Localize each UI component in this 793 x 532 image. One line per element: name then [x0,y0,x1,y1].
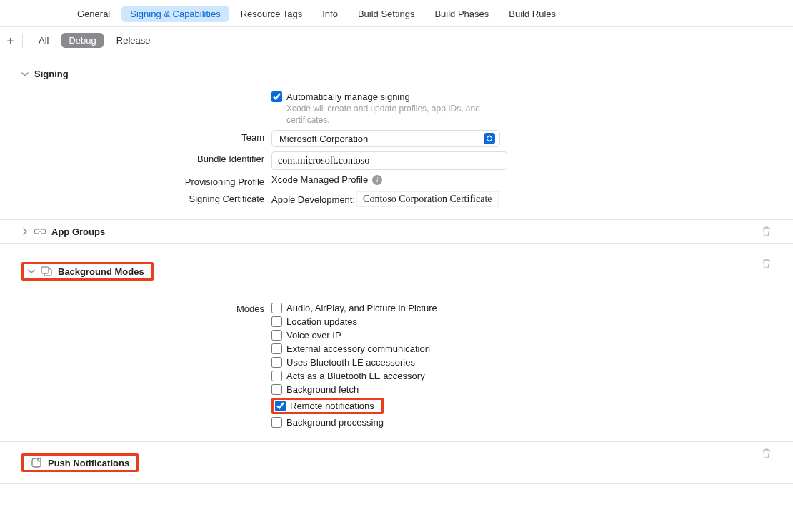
auto-manage-signing-label: Automatically manage signing [286,91,410,102]
bundle-id-label: Bundle Identifier [0,151,271,164]
mode-checkbox[interactable] [271,303,282,313]
modes-list: Audio, AirPlay, and Picture in PictureLo… [271,301,437,429]
section-background-modes-header[interactable]: Background Modes [0,252,793,286]
info-icon[interactable]: i [372,175,382,185]
push-notifications-icon [31,457,42,468]
auto-manage-signing-checkbox[interactable] [271,91,282,102]
mode-label: Audio, AirPlay, and Picture in Picture [286,303,437,313]
mode-label: Acts as a Bluetooth LE accessory [286,371,425,381]
team-popup[interactable]: Microsoft Corporation [271,130,500,147]
bundle-id-field[interactable] [271,151,507,170]
app-groups-title: App Groups [51,226,105,237]
mode-label: External accessory communication [286,343,430,354]
tab-build-settings[interactable]: Build Settings [349,6,424,22]
team-value: Microsoft Corporation [279,134,368,144]
mode-label: Location updates [286,316,357,327]
section-app-groups: App Groups [0,220,793,244]
configuration-bar: All Debug Release [0,27,793,54]
highlight-push-notifications: Push Notifications [21,453,139,472]
tab-signing-capabilities[interactable]: Signing & Capabilities [121,6,229,22]
mode-label: Background processing [286,417,384,428]
mode-checkbox[interactable] [271,371,282,381]
mode-checkbox[interactable] [271,330,282,341]
section-app-groups-header[interactable]: App Groups [0,220,793,243]
mode-checkbox[interactable] [275,401,286,411]
svg-rect-1 [41,229,46,234]
mode-checkbox[interactable] [271,357,282,368]
editor-tab-bar: General Signing & Capabilities Resource … [0,0,793,27]
mode-label: Uses Bluetooth LE accessories [286,357,415,368]
add-capability-button[interactable] [7,34,23,48]
mode-row: Voice over IP [271,328,437,342]
background-modes-icon [41,266,52,277]
delete-push-notifications-button[interactable] [762,448,772,459]
mode-row: Background processing [271,416,437,429]
section-signing-header[interactable]: Signing [0,63,793,85]
mode-row: Uses Bluetooth LE accessories [271,356,437,369]
mode-row: Location updates [271,315,437,328]
signing-title: Signing [34,69,69,79]
mode-row: External accessory communication [271,342,437,356]
mode-label: Voice over IP [286,330,341,341]
section-signing: Signing Automatically manage signing Xco… [0,54,793,220]
push-notifications-title: Push Notifications [48,458,129,468]
signing-certificate-value: Contoso Corporation Certificate [356,191,498,207]
team-label: Team [0,130,271,143]
delete-background-modes-button[interactable] [762,258,772,269]
svg-point-5 [38,458,41,461]
chevron-down-icon [28,268,36,275]
auto-manage-signing-hint: Xcode will create and update profiles, a… [286,104,501,126]
svg-rect-3 [41,267,49,273]
modes-label: Modes [0,301,271,314]
section-push-notifications: Push Notifications [0,442,793,484]
mode-checkbox[interactable] [271,316,282,327]
svg-rect-0 [35,229,39,234]
app-groups-icon [34,226,46,237]
background-modes-title: Background Modes [58,266,144,277]
mode-label: Remote notifications [290,401,374,411]
section-background-modes: Background Modes Modes Audio, AirPlay, a… [0,244,793,442]
tab-build-rules[interactable]: Build Rules [500,6,564,22]
mode-row: Background fetch [271,383,437,396]
mode-row: Remote notifications [271,396,437,416]
chevron-right-icon [21,228,30,235]
section-push-notifications-header[interactable]: Push Notifications [0,442,793,483]
provisioning-profile-value: Xcode Managed Profile [271,174,368,185]
tab-build-phases[interactable]: Build Phases [426,6,497,22]
mode-row: Audio, AirPlay, and Picture in Picture [271,301,437,315]
capabilities-content: Signing Automatically manage signing Xco… [0,54,793,484]
filter-debug[interactable]: Debug [61,33,103,48]
signing-certificate-label: Signing Certificate [0,191,271,204]
mode-row: Acts as a Bluetooth LE accessory [271,369,437,383]
mode-checkbox[interactable] [271,384,282,395]
chevron-down-icon [21,71,30,78]
mode-checkbox[interactable] [271,417,282,428]
tab-resource-tags[interactable]: Resource Tags [232,6,311,22]
mode-label: Background fetch [286,384,359,395]
mode-checkbox[interactable] [271,343,282,354]
tab-info[interactable]: Info [314,6,346,22]
delete-app-groups-button[interactable] [762,226,772,237]
tab-general[interactable]: General [69,6,119,22]
filter-all[interactable]: All [31,33,56,48]
updown-icon [484,133,495,144]
provisioning-profile-label: Provisioning Profile [0,174,271,187]
signing-certificate-prefix: Apple Development: [271,194,355,205]
highlight-background-modes: Background Modes [21,262,154,281]
highlight-remote-notifications: Remote notifications [271,398,384,414]
filter-release[interactable]: Release [109,33,158,48]
